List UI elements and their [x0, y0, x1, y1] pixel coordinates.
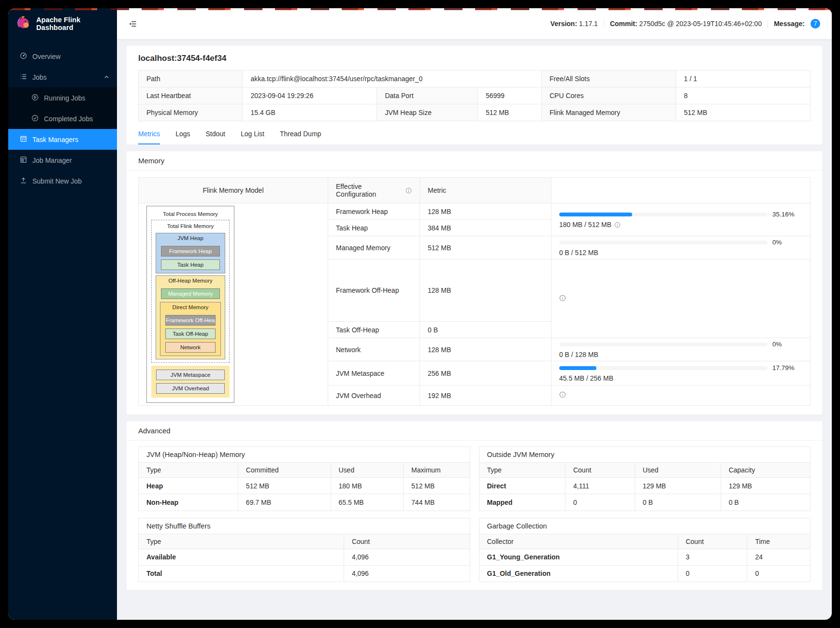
cell: 4,096	[344, 565, 469, 582]
table-header-row: Type Count	[139, 534, 470, 549]
cell: 4,096	[344, 549, 469, 565]
message-count-badge[interactable]: 7	[811, 19, 820, 29]
diagram-label: Off-Heap Memory	[156, 277, 225, 285]
memory-row-config: 128 MB	[420, 338, 551, 361]
sidebar-item-jobs[interactable]: Jobs	[8, 67, 117, 87]
divider	[604, 20, 604, 27]
memory-section-title: Memory	[127, 151, 822, 171]
chevron-up-icon	[104, 73, 109, 81]
table-row: Heap 512 MB 180 MB 512 MB	[139, 478, 470, 494]
column-header: Used	[331, 463, 404, 478]
column-header: Count	[344, 534, 469, 549]
sidebar-item-label: Submit New Job	[32, 177, 109, 185]
memory-row-config: 0 B	[420, 322, 551, 338]
check-circle-icon	[31, 114, 39, 123]
heap-metric-cell: 35.16% 180 MB / 512 MB	[551, 203, 810, 236]
cell: 65.5 MB	[331, 494, 404, 511]
info-icon[interactable]	[559, 391, 566, 398]
app-window: Apache Flink Dashboard Overview Jo	[8, 8, 832, 620]
tab-log-list[interactable]: Log List	[241, 124, 264, 144]
memory-row-name: JVM Metaspace	[328, 361, 420, 385]
network-metric-cell: 0% 0 B / 128 MB	[551, 338, 810, 361]
cell: 24	[747, 549, 810, 565]
memory-row-config: 512 MB	[420, 236, 551, 259]
diagram-label: Total Process Memory	[147, 210, 234, 219]
table-row: Total Process Memory Total Flink Memory …	[139, 203, 811, 220]
cell: 129 MB	[721, 478, 810, 494]
sidebar-item-overview[interactable]: Overview	[8, 46, 117, 67]
cell: 0	[565, 494, 635, 511]
info-value: 15.4 GB	[243, 104, 377, 121]
sidebar-item-task-managers[interactable]: Task Managers	[8, 129, 117, 150]
info-label: CPU Cores	[542, 87, 676, 104]
app-logo[interactable]: Apache Flink Dashboard	[8, 8, 117, 39]
taskmanager-card: localhost:37454-f4ef34 Path akka.tcp://f…	[127, 46, 822, 144]
sidebar-item-running-jobs[interactable]: Running Jobs	[8, 87, 117, 108]
cell: 0	[678, 565, 747, 582]
table-header-row: Type Committed Used Maximum	[139, 463, 470, 478]
column-header: Maximum	[404, 463, 470, 478]
info-value: 512 MB	[676, 104, 811, 121]
list-icon	[20, 73, 27, 82]
tab-logs[interactable]: Logs	[175, 124, 190, 144]
diagram-jvm-overhead: JVM Overhead	[156, 383, 225, 394]
advanced-grid: JVM (Heap/Non-Heap) Memory Type Committe…	[127, 441, 822, 590]
column-header: Type	[479, 463, 565, 478]
table-row: Total 4,096	[139, 565, 470, 582]
sidebar-item-label: Overview	[32, 53, 109, 60]
advanced-section-title: Advanced	[127, 421, 822, 441]
sidebar-item-label: Task Managers	[32, 136, 109, 143]
info-value: 8	[676, 87, 811, 104]
diagram-total-process-memory: Total Process Memory Total Flink Memory …	[146, 206, 234, 403]
sidebar-item-job-manager[interactable]: Job Manager	[8, 150, 117, 171]
memory-table: Flink Memory Model Effective Configurati…	[138, 177, 811, 406]
commit-value: 2750d5c @ 2023-05-19T10:45:46+02:00	[639, 20, 762, 28]
diagram-task-heap: Task Heap	[161, 259, 220, 270]
column-header-model: Flink Memory Model	[139, 178, 328, 203]
tab-metrics[interactable]: Metrics	[138, 124, 160, 144]
off-heap-metric-cell	[551, 259, 810, 338]
metaspace-metric-cell: 17.79% 45.5 MB / 256 MB	[551, 361, 810, 385]
info-label: Free/All Slots	[542, 71, 676, 87]
info-value: 56999	[478, 87, 541, 104]
memory-row-config: 128 MB	[420, 259, 551, 322]
cell: Direct	[479, 478, 565, 494]
info-icon[interactable]	[559, 295, 566, 301]
diagram-framework-off-heap: Framework Off-Heap	[165, 315, 216, 326]
tab-stdout[interactable]: Stdout	[205, 124, 225, 144]
heap-usage-caption: 180 MB / 512 MB	[559, 221, 611, 228]
managed-usage-progress: 0%	[559, 239, 802, 246]
info-label: Path	[139, 71, 243, 87]
cell: 4,111	[565, 478, 635, 494]
metaspace-usage-percent: 17.79%	[772, 364, 802, 371]
diagram-jvm-heap: JVM Heap Framework Heap Task Heap	[156, 233, 225, 273]
info-icon[interactable]	[406, 187, 412, 194]
info-value: akka.tcp://flink@localhost:37454/user/rp…	[243, 71, 542, 87]
sidebar-item-label: Running Jobs	[44, 94, 109, 102]
info-value: 1 / 1	[676, 71, 811, 87]
memory-row-name: Framework Heap	[328, 203, 420, 220]
memory-row-name: Network	[328, 338, 420, 361]
sub-card-title: Netty Shuffle Buffers	[139, 518, 470, 534]
sidebar: Apache Flink Dashboard Overview Jo	[8, 8, 117, 620]
diagram-label: Total Flink Memory	[152, 222, 229, 231]
table-row: Path akka.tcp://flink@localhost:37454/us…	[139, 71, 811, 87]
cell: Available	[139, 549, 344, 565]
table-header-row: Collector Count Time	[479, 534, 811, 549]
diagram-network: Network	[165, 342, 216, 353]
managed-metric-cell: 0% 0 B / 512 MB	[551, 236, 810, 259]
tab-thread-dump[interactable]: Thread Dump	[280, 124, 321, 144]
netty-shuffle-buffers-table: Type Count Available 4,096 Total	[139, 534, 470, 582]
cell: Total	[139, 565, 344, 582]
menu-fold-icon[interactable]	[129, 20, 137, 28]
info-label: Flink Managed Memory	[542, 104, 676, 121]
upload-icon	[20, 177, 27, 186]
jobs-submenu: Running Jobs Completed Jobs	[8, 87, 117, 129]
sidebar-item-submit-new-job[interactable]: Submit New Job	[8, 171, 117, 191]
play-circle-icon	[31, 94, 39, 102]
diagram-label: Direct Memory	[160, 303, 220, 312]
info-icon[interactable]	[614, 222, 621, 228]
diagram-off-heap-memory: Off-Heap Memory Managed Memory Direct Me…	[156, 275, 225, 359]
garbage-collection-table: Collector Count Time G1_Young_Generation…	[479, 534, 811, 582]
sidebar-item-completed-jobs[interactable]: Completed Jobs	[8, 108, 117, 129]
